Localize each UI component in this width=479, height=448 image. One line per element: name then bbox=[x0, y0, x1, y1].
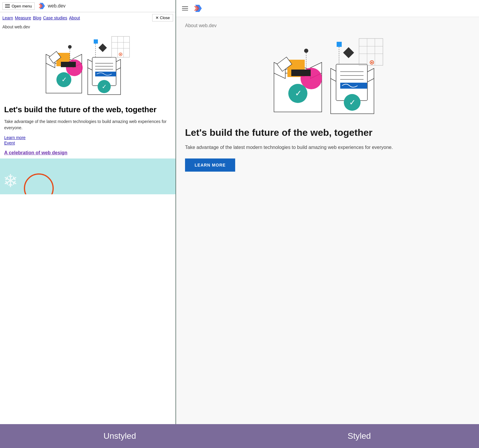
svg-point-68 bbox=[371, 62, 372, 63]
svg-point-33 bbox=[120, 54, 121, 55]
unstyled-content: Let's build the future of the web, toget… bbox=[0, 102, 175, 158]
svg-rect-43 bbox=[291, 70, 311, 76]
close-icon: ✕ bbox=[155, 16, 159, 20]
sub-text-unstyled: Take advantage of the latest modern tech… bbox=[4, 118, 171, 131]
learn-more-button[interactable]: LEARN MORE bbox=[185, 158, 235, 172]
bottom-labels: Unstyled Styled bbox=[0, 424, 479, 448]
open-menu-button[interactable]: Open menu bbox=[2, 2, 35, 10]
svg-point-24 bbox=[68, 45, 72, 49]
styled-logo-icon bbox=[193, 4, 202, 13]
hamburger-icon bbox=[5, 4, 10, 8]
links-section: Learn more Event bbox=[4, 135, 171, 145]
svg-rect-61 bbox=[343, 47, 354, 58]
hero-illustration-unstyled: ✓ ✓ bbox=[40, 33, 135, 99]
learn-more-link[interactable]: Learn more bbox=[4, 135, 171, 140]
close-button[interactable]: ✕ Close bbox=[152, 14, 173, 21]
open-menu-label: Open menu bbox=[12, 4, 32, 8]
logo-icon bbox=[38, 2, 46, 10]
unstyled-panel: Open menu web.dev Learn Measure Blog Cas… bbox=[0, 0, 176, 424]
svg-rect-22 bbox=[94, 39, 98, 44]
nav-blog[interactable]: Blog bbox=[33, 16, 41, 20]
about-label-styled: About web.dev bbox=[176, 17, 479, 31]
svg-rect-19 bbox=[95, 72, 116, 76]
svg-rect-8 bbox=[61, 62, 76, 67]
main-heading-unstyled: Let's build the future of the web, toget… bbox=[4, 105, 171, 114]
bottom-preview: ❄ bbox=[0, 158, 175, 194]
sub-text-styled: Take advantage of the latest modern tech… bbox=[185, 144, 470, 151]
nav-measure[interactable]: Measure bbox=[15, 16, 31, 20]
svg-rect-26 bbox=[98, 44, 107, 52]
logo-area: web.dev bbox=[38, 2, 66, 10]
styled-header bbox=[176, 0, 479, 17]
orange-circle-decoration bbox=[24, 173, 54, 194]
svg-text:✓: ✓ bbox=[61, 76, 67, 83]
nav-about[interactable]: About bbox=[69, 16, 80, 20]
svg-point-59 bbox=[304, 49, 308, 53]
styled-content: Let's build the future of the web, toget… bbox=[176, 121, 479, 178]
styled-panel: About web.dev ✓ bbox=[176, 0, 479, 424]
event-link[interactable]: Event bbox=[4, 141, 171, 145]
svg-text:✓: ✓ bbox=[349, 98, 356, 107]
label-styled: Styled bbox=[240, 424, 479, 448]
styled-hamburger-icon[interactable] bbox=[182, 6, 188, 10]
nav-links: Learn Measure Blog Case studies About bbox=[2, 16, 80, 20]
nav-learn[interactable]: Learn bbox=[2, 16, 13, 20]
snowflake-decoration: ❄ bbox=[3, 170, 18, 191]
svg-text:✓: ✓ bbox=[102, 83, 107, 90]
nav-case-studies[interactable]: Case studies bbox=[43, 16, 67, 20]
label-unstyled: Unstyled bbox=[0, 424, 240, 448]
site-logo-text: web.dev bbox=[48, 3, 66, 9]
svg-rect-62 bbox=[359, 39, 383, 65]
illustration-styled: ✓ ✓ bbox=[176, 31, 479, 121]
svg-rect-57 bbox=[337, 42, 342, 47]
celebration-link[interactable]: A celebration of web design bbox=[4, 150, 67, 155]
svg-rect-54 bbox=[340, 83, 367, 89]
close-label: Close bbox=[160, 16, 170, 20]
nav-overlay: Learn Measure Blog Case studies About ✕ … bbox=[0, 12, 175, 23]
about-label-unstyled: About web.dev bbox=[0, 23, 175, 30]
main-heading-styled: Let's build the future of the web, toget… bbox=[185, 127, 470, 138]
illustration-unstyled: ✓ ✓ bbox=[0, 30, 175, 102]
hero-illustration-styled: ✓ ✓ bbox=[265, 34, 390, 118]
unstyled-header: Open menu web.dev bbox=[0, 0, 175, 12]
svg-text:✓: ✓ bbox=[295, 89, 302, 98]
